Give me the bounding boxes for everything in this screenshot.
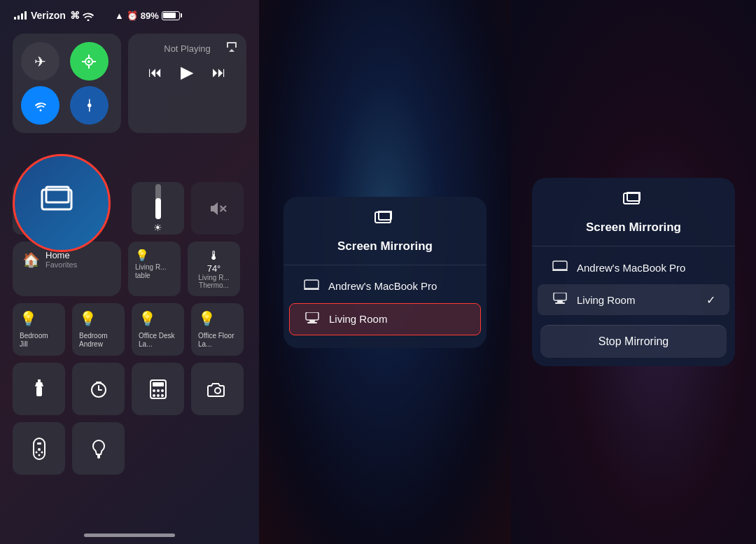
- stop-mirroring-button[interactable]: Stop Mirroring: [540, 325, 727, 358]
- living-room-table-label: Living R... table: [135, 263, 174, 280]
- popup-header-2: Screen Mirroring: [532, 178, 735, 246]
- popup-header-1: Screen Mirroring: [284, 211, 486, 265]
- room-icon-3: 💡: [139, 310, 156, 327]
- office-desk-button[interactable]: 💡 Office Desk La...: [132, 303, 184, 356]
- media-block: Not Playing ⏮ ▶ ⏭: [128, 34, 246, 133]
- svg-rect-43: [554, 293, 566, 300]
- prev-button[interactable]: ⏮: [148, 64, 162, 81]
- calculator-button[interactable]: [132, 363, 184, 415]
- room-icon-2: 💡: [79, 310, 97, 327]
- camera-button[interactable]: [191, 363, 244, 415]
- room-icon-4: 💡: [198, 310, 216, 327]
- svg-rect-8: [36, 386, 42, 396]
- signal-bar-3: [21, 13, 23, 20]
- svg-rect-10: [38, 379, 41, 382]
- svg-point-20: [153, 394, 155, 397]
- svg-rect-42: [552, 270, 568, 271]
- svg-rect-38: [307, 322, 317, 323]
- svg-point-23: [215, 388, 220, 393]
- status-left: Verizon ⌘: [14, 10, 94, 21]
- svg-point-18: [157, 389, 160, 392]
- cc-row-top: ✈ ⍿: [13, 34, 246, 133]
- cellular-button[interactable]: [70, 42, 108, 81]
- device-macbook-item[interactable]: Andrew's MacBook Pro: [289, 271, 481, 302]
- device-macbook-label-2: Andrew's MacBook Pro: [577, 262, 685, 274]
- cc-row-utils: [13, 363, 246, 415]
- mute-button[interactable]: [191, 182, 244, 235]
- svg-point-21: [157, 394, 160, 397]
- laptop-icon-2: [552, 260, 568, 274]
- lamp-icon: 💡: [135, 249, 174, 262]
- thermo-temp: 74°: [195, 263, 233, 274]
- screen-mirroring-popup-1: Screen Mirroring Andrew's MacBook Pro: [284, 197, 486, 348]
- brightness-fill: [155, 198, 161, 219]
- wifi-button[interactable]: [21, 86, 59, 125]
- bedroom-andrew-button[interactable]: 💡 Bedroom Andrew: [72, 303, 125, 356]
- home-block-header: 🏠 Home Favorites: [22, 250, 111, 269]
- screen-mirroring-title-1: Screen Mirroring: [337, 239, 433, 253]
- screen-mirroring-icon-2: [622, 192, 645, 215]
- svg-point-27: [35, 451, 37, 453]
- wifi-icon: ⌘: [70, 10, 94, 21]
- airplay-icon: [225, 41, 238, 56]
- svg-point-19: [161, 389, 164, 392]
- device-livingroom-item-2[interactable]: Living Room ✓: [538, 284, 729, 315]
- laptop-icon-1: [303, 279, 320, 293]
- bedroom-jill-label: Bedroom Jill: [20, 332, 58, 349]
- thermo-name: Living R... Thermo...: [195, 274, 233, 289]
- screen-mirroring-popup-2: Screen Mirroring Andrew's MacBook Pro: [532, 178, 735, 366]
- home-block-labels: Home Favorites: [46, 250, 77, 269]
- svg-point-22: [161, 394, 164, 397]
- battery-fill: [163, 13, 176, 18]
- signal-bar-2: [18, 15, 20, 20]
- brightness-icon: ☀: [153, 222, 162, 233]
- signal-bar-4: [24, 11, 27, 20]
- status-center: ▲ ⏰ 89%: [115, 11, 182, 21]
- battery-tip: [181, 13, 182, 18]
- screen-mirror-circle-button[interactable]: [13, 154, 111, 252]
- appletv-icon-1: [304, 312, 321, 326]
- thermo-content: 🌡 74° Living R... Thermo...: [195, 249, 233, 289]
- not-playing-label: Not Playing: [139, 43, 235, 54]
- svg-rect-16: [153, 382, 164, 386]
- svg-rect-34: [304, 280, 318, 288]
- hearing-button[interactable]: [72, 422, 125, 475]
- cc-grid: ✈ ⍿: [0, 27, 259, 482]
- device-macbook-item-2[interactable]: Andrew's MacBook Pro: [538, 252, 729, 283]
- bedroom-andrew-label: Bedroom Andrew: [79, 332, 118, 349]
- device-livingroom-label-1: Living Room: [329, 313, 387, 325]
- office-floor-label: Office Floor La...: [198, 332, 237, 349]
- device-livingroom-item[interactable]: Living Room: [289, 303, 481, 335]
- svg-rect-41: [553, 261, 567, 270]
- airplane-mode-button[interactable]: ✈: [21, 42, 59, 81]
- next-button[interactable]: ⏭: [212, 64, 226, 81]
- appletv-icon-2: [552, 293, 568, 307]
- play-button[interactable]: ▶: [181, 62, 193, 82]
- svg-rect-25: [37, 442, 41, 445]
- svg-rect-39: [624, 193, 639, 204]
- bluetooth-button[interactable]: ⍿: [70, 86, 108, 125]
- timer-button[interactable]: [72, 363, 125, 415]
- device-list-1: Andrew's MacBook Pro Living Room: [284, 265, 486, 341]
- svg-rect-45: [555, 302, 565, 304]
- svg-point-28: [41, 451, 43, 453]
- signal-bars: [14, 11, 27, 20]
- svg-point-29: [38, 454, 40, 456]
- location-icon: ▲: [115, 11, 124, 21]
- flashlight-button[interactable]: [13, 363, 65, 415]
- thermostat-button[interactable]: 🌡 74° Living R... Thermo...: [188, 242, 240, 296]
- office-desk-label: Office Desk La...: [139, 332, 177, 349]
- remote-button[interactable]: [13, 422, 65, 475]
- brightness-control[interactable]: ☀: [132, 182, 184, 235]
- alarm-icon: ⏰: [127, 11, 138, 21]
- office-floor-button[interactable]: 💡 Office Floor La...: [191, 303, 244, 356]
- checkmark-icon: ✓: [706, 293, 715, 307]
- bedroom-jill-button[interactable]: 💡 Bedroom Jill: [13, 303, 65, 356]
- cc-row-rooms: 💡 Bedroom Jill 💡 Bedroom Andrew 💡 Office…: [13, 303, 246, 356]
- device-livingroom-label-2: Living Room: [577, 294, 635, 306]
- media-controls: ⏮ ▶ ⏭: [139, 62, 235, 82]
- signal-bar-1: [14, 17, 16, 20]
- living-room-table-button[interactable]: 💡 Living R... table: [128, 242, 181, 296]
- brightness-track: [155, 184, 161, 219]
- svg-marker-9: [35, 382, 43, 386]
